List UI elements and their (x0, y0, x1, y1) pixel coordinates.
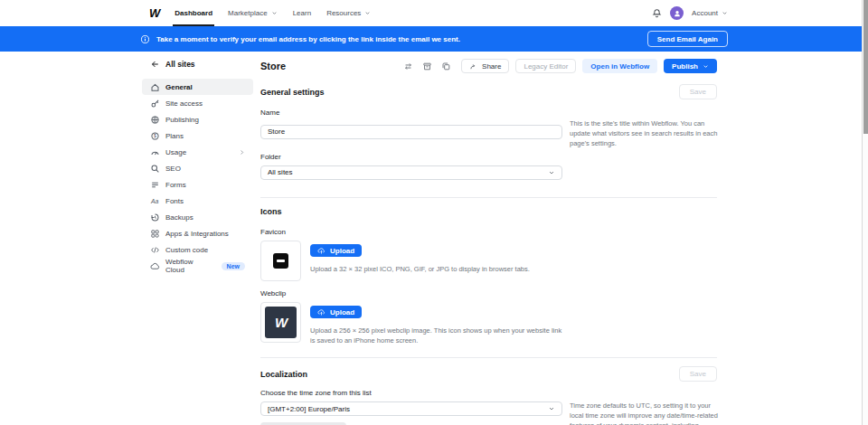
sidebar-item-general[interactable]: General (142, 79, 253, 95)
email-verification-banner: Take a moment to verify your email addre… (0, 26, 868, 52)
upload-cloud-icon (317, 247, 326, 255)
chevron-down-icon (548, 169, 555, 176)
share-arrow-icon (469, 62, 477, 71)
publish-label: Publish (672, 62, 698, 71)
gauge-icon (150, 147, 160, 157)
general-settings-section-header: General settings Save (260, 84, 717, 99)
account-menu[interactable]: Account (692, 9, 728, 17)
page-scrollbar[interactable] (862, 0, 868, 425)
upload-label: Upload (330, 247, 354, 255)
sidebar-item-usage[interactable]: Usage (142, 144, 253, 160)
webclip-preview: W (260, 302, 301, 343)
history-icon (150, 212, 160, 222)
send-email-again-button[interactable]: Send Email Again (647, 31, 728, 47)
tab-learn[interactable]: Learn (293, 0, 311, 26)
sidebar-item-webflow-cloud[interactable]: Webflow Cloud New (142, 258, 253, 274)
tab-dashboard-label: Dashboard (175, 9, 212, 17)
chevron-down-icon (722, 10, 728, 16)
duplicate-icon[interactable] (441, 61, 451, 71)
code-icon (150, 245, 160, 255)
timezone-help-text: Time zone defaults to UTC, so setting it… (570, 401, 720, 425)
legacy-editor-button[interactable]: Legacy Editor (515, 59, 576, 73)
sidebar-item-label: Backups (165, 213, 193, 222)
fonts-icon: Aa (150, 196, 160, 206)
home-icon (150, 82, 160, 92)
sidebar-item-label: Forms (165, 181, 186, 189)
plans-icon: $ (150, 131, 160, 141)
banner-message: Take a moment to verify your email addre… (156, 35, 460, 43)
open-in-webflow-button[interactable]: Open in Webflow (582, 59, 657, 73)
sidebar-item-plans[interactable]: $ Plans (142, 128, 253, 144)
sidebar-item-site-access[interactable]: Site access (142, 95, 253, 111)
timezone-selected-value: [GMT+2:00] Europe/Paris (268, 405, 350, 413)
name-label: Name (260, 109, 717, 117)
folder-label: Folder (260, 153, 717, 161)
forms-icon (150, 180, 160, 190)
tab-marketplace[interactable]: Marketplace (228, 0, 278, 26)
chevron-down-icon (703, 63, 709, 70)
sidebar-item-custom-code[interactable]: Custom code (142, 241, 253, 258)
sidebar-item-label: General (165, 83, 193, 91)
new-badge: New (222, 262, 245, 270)
sidebar-item-fonts[interactable]: Aa Fonts (142, 193, 253, 209)
favicon-label: Favicon (260, 228, 717, 236)
localization-save-button[interactable]: Save (679, 366, 717, 382)
timezone-select[interactable]: [GMT+2:00] Europe/Paris (260, 401, 562, 416)
sidebar-item-seo[interactable]: SEO (142, 160, 253, 176)
sidebar-item-label: Fonts (165, 197, 184, 205)
tab-dashboard[interactable]: Dashboard (175, 0, 212, 26)
folder-selected-value: All sites (268, 168, 293, 176)
scrollbar-thumb[interactable] (863, 0, 868, 134)
webflow-logo[interactable]: W (149, 6, 159, 20)
back-arrow-icon (150, 60, 159, 69)
search-icon (150, 164, 160, 174)
sidebar-item-backups[interactable]: Backups (142, 209, 253, 225)
webclip-label: Webclip (260, 289, 717, 298)
sidebar-item-forms[interactable]: Forms (142, 176, 253, 193)
chevron-down-icon (271, 10, 278, 16)
default-favicon-icon (273, 253, 288, 269)
sidebar-item-apps-integrations[interactable]: Apps & Integrations (142, 225, 253, 241)
sidebar-item-label: Plans (165, 132, 184, 140)
sidebar-item-label: Apps & Integrations (165, 230, 229, 238)
sidebar-item-publishing[interactable]: Publishing (142, 111, 253, 128)
transfer-site-icon[interactable] (403, 61, 413, 71)
section-divider (260, 197, 717, 198)
sidebar-item-label: Custom code (165, 246, 208, 254)
name-help-text: This is the site's title within Webflow.… (570, 119, 720, 149)
webclip-help-text: Upload a 256 × 256 pixel webclip image. … (310, 326, 568, 346)
favicon-help-text: Upload a 32 × 32 pixel ICO, PNG, GIF, or… (310, 264, 530, 274)
webclip-upload-button[interactable]: Upload (310, 306, 362, 318)
publish-button[interactable]: Publish (664, 59, 717, 73)
timezone-label: Choose the time zone from this list (260, 389, 717, 397)
favicon-upload-button[interactable]: Upload (310, 244, 362, 257)
svg-text:Aa: Aa (150, 198, 158, 204)
sidebar-item-label: Webflow Cloud (165, 258, 213, 274)
folder-select[interactable]: All sites (260, 165, 562, 180)
default-webclip-icon: W (265, 307, 297, 338)
info-icon (140, 34, 150, 44)
page-title: Store (260, 61, 286, 71)
cloud-icon (150, 261, 160, 271)
tab-learn-label: Learn (293, 9, 311, 17)
share-button[interactable]: Share (461, 59, 509, 73)
settings-main-panel: Store Share Legacy Editor Open in Webflo… (260, 52, 717, 425)
svg-text:$: $ (154, 133, 156, 138)
back-to-all-sites-button[interactable]: All sites (142, 52, 253, 79)
settings-sidebar: All sites General Site access Publishing… (142, 52, 253, 274)
back-label: All sites (165, 60, 195, 69)
localization-section-header: Localization Save (260, 366, 717, 382)
chevron-right-icon (239, 149, 245, 156)
site-name-input[interactable] (260, 125, 562, 139)
favicon-preview (260, 241, 301, 281)
notifications-bell-icon[interactable] (652, 8, 662, 18)
sidebar-item-label: Usage (165, 148, 186, 156)
tab-resources[interactable]: Resources (326, 0, 371, 26)
archive-icon[interactable] (422, 61, 432, 71)
general-save-button[interactable]: Save (679, 84, 717, 99)
icons-section-title: Icons (260, 207, 717, 216)
user-avatar[interactable] (670, 6, 684, 20)
general-settings-title: General settings (260, 88, 325, 97)
chevron-down-icon (364, 10, 371, 16)
tab-resources-label: Resources (326, 9, 361, 17)
